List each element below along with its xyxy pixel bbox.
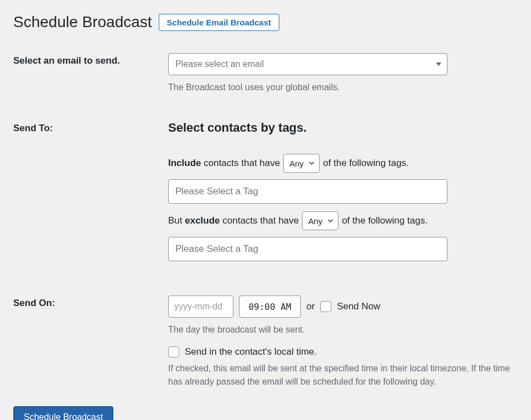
send-date-input[interactable]: yyyy-mm-dd — [168, 295, 233, 318]
exclude-strong: exclude — [185, 215, 220, 226]
exclude-mode-select[interactable]: Any — [302, 211, 339, 230]
or-text: or — [306, 301, 315, 312]
send-date-placeholder: yyyy-mm-dd — [174, 302, 222, 312]
select-contacts-title: Select contacts by tags. — [168, 121, 518, 135]
chevron-down-icon — [327, 218, 334, 224]
send-to-label: Send To: — [13, 121, 168, 134]
include-mode-value: Any — [289, 159, 304, 168]
send-on-label: Send On: — [13, 295, 168, 309]
exclude-tag-input[interactable]: Please Select a Tag — [168, 237, 447, 261]
email-select-label: Select an email to send. — [13, 53, 168, 66]
exclude-pre: But — [168, 215, 185, 226]
exclude-mode-value: Any — [308, 216, 322, 226]
email-select[interactable]: Please select an email — [168, 53, 447, 75]
exclude-mid: contacts that have — [220, 215, 299, 226]
page-title: Schedule Broadcast — [13, 13, 152, 31]
local-time-checkbox[interactable] — [168, 346, 179, 357]
exclude-tag-placeholder: Please Select a Tag — [175, 243, 258, 255]
local-time-label: Send in the contact's local time. — [185, 346, 317, 357]
email-select-placeholder: Please select an email — [175, 59, 264, 69]
include-tag-input[interactable]: Please Select a Tag — [168, 179, 447, 204]
caret-down-icon — [436, 63, 441, 66]
send-time-input[interactable]: 09:00 AM — [239, 295, 301, 318]
schedule-broadcast-button[interactable]: Schedule Broadcast — [13, 406, 113, 420]
email-select-help: The Broadcast tool uses your global emai… — [168, 81, 518, 94]
schedule-email-broadcast-button[interactable]: Schedule Email Broadcast — [159, 14, 279, 31]
send-now-label: Send Now — [337, 301, 380, 312]
include-post: of the following tags. — [323, 158, 409, 169]
include-tag-placeholder: Please Select a Tag — [175, 186, 258, 197]
send-on-help: The day the broadcast will be sent. — [168, 323, 518, 336]
chevron-down-icon — [309, 160, 315, 167]
send-now-checkbox[interactable] — [320, 301, 331, 312]
include-strong: Include — [168, 158, 201, 168]
local-time-help: If checked, this email will be sent at t… — [168, 362, 518, 388]
send-time-value: 09:00 AM — [248, 302, 291, 312]
exclude-post: of the following tags. — [342, 215, 428, 226]
include-mode-select[interactable]: Any — [283, 154, 320, 173]
include-mid: contacts that have — [201, 158, 280, 168]
